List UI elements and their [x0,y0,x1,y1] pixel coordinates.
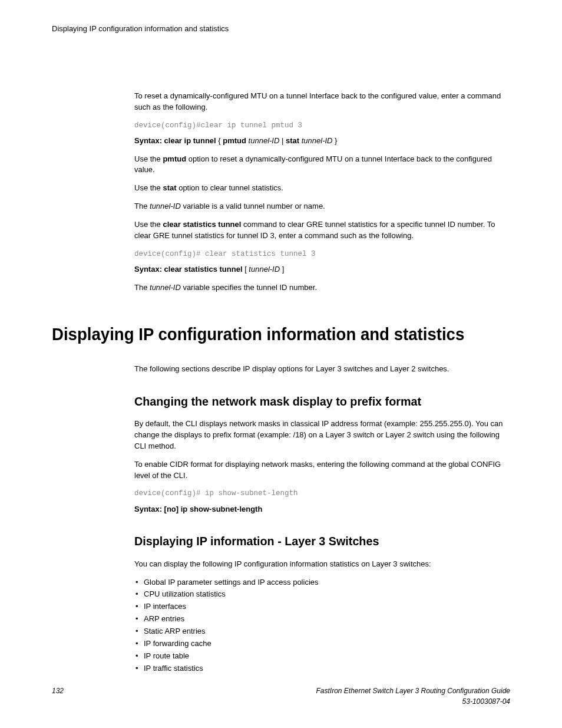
bullet-list: Global IP parameter settings and IP acce… [134,577,510,674]
t: Use the [134,154,163,163]
running-header: Displaying IP configuration information … [52,24,510,35]
syntax-option: pmtud [223,136,246,145]
list-item: Static ARP entries [134,626,510,637]
list-item: IP route table [134,651,510,662]
paragraph: Use the clear statistics tunnel command … [134,219,510,242]
list-item: IP forwarding cache [134,638,510,650]
t: | [279,136,286,145]
section-heading: Displaying IP configuration information … [52,321,474,347]
syntax-arg: tunnel-ID [249,265,280,274]
t: } [332,136,337,145]
term: clear statistics tunnel [163,220,241,229]
paragraph: By default, the CLI displays network mas… [134,419,510,452]
code-block: device(config)# clear statistics tunnel … [134,249,510,259]
doc-title: FastIron Ethernet Switch Layer 3 Routing… [316,686,510,696]
list-item: IP interfaces [134,601,510,612]
list-item: IP traffic statistics [134,663,510,674]
doc-number: 53-1003087-04 [316,697,510,707]
t: Use the [134,183,163,192]
paragraph: Use the stat option to clear tunnel stat… [134,183,510,194]
variable: tunnel-ID [150,283,181,292]
t: variable is a valid tunnel number or nam… [181,202,325,210]
subsection-heading: Changing the network mask display to pre… [134,393,488,410]
list-item: Global IP parameter settings and IP acce… [134,577,510,588]
syntax-line: Syntax: clear ip tunnel { pmtud tunnel-I… [134,136,510,147]
list-item: CPU utilization statistics [134,589,510,600]
syntax-arg: tunnel-ID [246,136,279,145]
paragraph: Use the pmtud option to reset a dynamica… [134,154,510,176]
paragraph: To enable CIDR format for displaying net… [134,459,510,482]
t: { [216,136,223,145]
paragraph: The following sections describe IP displ… [134,364,510,375]
paragraph: The tunnel-ID variable specifies the tun… [134,282,510,294]
t: The [134,202,150,210]
term: stat [163,183,176,192]
t: ] [280,265,284,274]
subsection-heading: Displaying IP information - Layer 3 Swit… [134,532,488,550]
t: option to reset a dynamically-configured… [134,154,492,174]
syntax-arg: tunnel-ID [299,136,332,145]
t: Use the [134,220,163,229]
t: [ [243,265,249,274]
syntax-prefix: Syntax: clear statistics tunnel [134,265,243,274]
page-number: 132 [52,686,64,696]
list-item: ARP entries [134,614,510,625]
page-footer: 132 FastIron Ethernet Switch Layer 3 Rou… [52,686,510,707]
paragraph: You can display the following IP configu… [134,559,510,570]
syntax-prefix: Syntax: [no] ip show-subnet-length [134,505,262,513]
syntax-option: stat [286,136,299,145]
code-block: device(config)# ip show-subnet-length [134,488,510,499]
t: variable specifies the tunnel ID number. [181,283,317,292]
t: option to clear tunnel statistics. [177,183,283,192]
term: pmtud [163,154,186,163]
code-block: device(config)#clear ip tunnel pmtud 3 [134,120,510,131]
paragraph: The tunnel-ID variable is a valid tunnel… [134,201,510,212]
syntax-line: Syntax: clear statistics tunnel [ tunnel… [134,264,510,275]
syntax-prefix: Syntax: clear ip tunnel [134,136,216,145]
t: The [134,283,150,292]
syntax-line: Syntax: [no] ip show-subnet-length [134,504,510,515]
variable: tunnel-ID [150,202,181,210]
paragraph: To reset a dynamically-configured MTU on… [134,91,510,113]
